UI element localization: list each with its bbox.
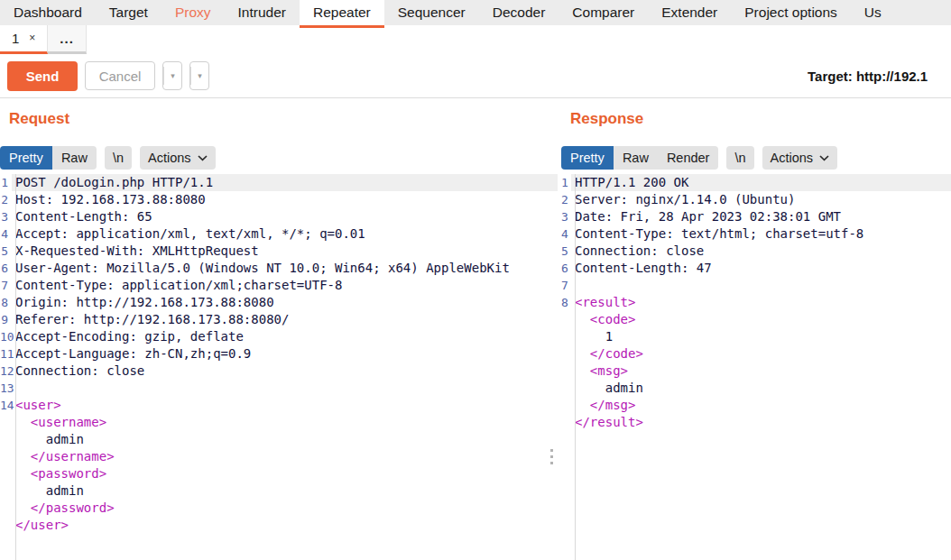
request-newline-toggle[interactable]: \n [105, 146, 132, 170]
response-editor-line[interactable]: 2 Server: nginx/1.14.0 (Ubuntu) [561, 191, 951, 208]
nav-tab[interactable]: Decoder [479, 0, 559, 25]
response-editor-line[interactable]: 8 <result> [561, 294, 951, 311]
request-editor-line[interactable]: 8 Origin: http://192.168.173.88:8080 [0, 294, 558, 311]
request-editor[interactable]: 1 POST /doLogin.php HTTP/1.1 2 Host: 192… [0, 174, 558, 560]
send-button[interactable]: Send [7, 61, 78, 91]
line-number [0, 482, 12, 500]
request-editor-line[interactable]: </password> [0, 500, 558, 517]
chevron-down-icon [198, 155, 208, 161]
request-format-tab[interactable]: Pretty [0, 146, 52, 170]
line-text: <code> [571, 311, 951, 328]
response-editor-line[interactable]: </code> [561, 345, 951, 363]
request-editor-line[interactable]: 12 Connection: close [0, 363, 558, 380]
response-title: Response [570, 110, 951, 128]
splitter-dot [550, 455, 553, 458]
request-editor-line[interactable]: admin [0, 482, 558, 500]
nav-tab[interactable]: Dashboard [0, 0, 96, 25]
response-editor-line[interactable]: 3 Date: Fri, 28 Apr 2023 02:38:01 GMT [561, 208, 951, 225]
splitter-dot [550, 462, 553, 464]
line-text: POST /doLogin.php HTTP/1.1 [12, 174, 558, 191]
request-editor-line[interactable]: <username> [0, 414, 558, 431]
line-text: X-Requested-With: XMLHttpRequest [12, 243, 558, 260]
response-editor-line[interactable]: 7 [561, 277, 951, 294]
line-number: 7 [561, 277, 571, 294]
line-text: Connection: close [571, 243, 951, 260]
line-number: 3 [561, 208, 571, 225]
request-editor-line[interactable]: 13 [0, 380, 558, 397]
request-editor-line[interactable]: 9 Referer: http://192.168.173.88:8080/ [0, 311, 558, 328]
line-number: 4 [0, 225, 12, 243]
line-text: User-Agent: Mozilla/5.0 (Windows NT 10.0… [12, 260, 558, 277]
response-editor-line[interactable]: </msg> [561, 397, 951, 414]
response-editor[interactable]: 1 HTTP/1.1 200 OK 2 Server: nginx/1.14.0… [561, 174, 951, 560]
line-number: 10 [0, 328, 12, 345]
line-text: </password> [12, 500, 558, 517]
response-editor-line[interactable]: <code> [561, 311, 951, 328]
response-editor-line[interactable]: <msg> [561, 363, 951, 380]
request-panel: Request Pretty Raw \n Actions 1 [0, 99, 558, 560]
line-text: Accept-Encoding: gzip, deflate [12, 328, 558, 345]
line-number [0, 517, 12, 534]
response-editor-line[interactable]: 4 Content-Type: text/html; charset=utf-8 [561, 225, 951, 243]
nav-tab[interactable]: Sequencer [384, 0, 479, 25]
message-editor-area: Request Pretty Raw \n Actions 1 [0, 99, 951, 560]
request-editor-line[interactable]: 7 Content-Type: application/xml;charset=… [0, 277, 558, 294]
line-text: Connection: close [12, 363, 558, 380]
line-text: <result> [571, 294, 951, 311]
request-editor-line[interactable]: 1 POST /doLogin.php HTTP/1.1 [0, 174, 558, 191]
request-editor-line[interactable]: 2 Host: 192.168.173.88:8080 [0, 191, 558, 208]
response-editor-line[interactable]: 1 HTTP/1.1 200 OK [561, 174, 951, 191]
request-actions-label: Actions [148, 151, 191, 165]
forward-dropdown-caret-icon[interactable]: ▾ [191, 62, 208, 89]
response-newline-toggle[interactable]: \n [726, 146, 753, 170]
more-tabs-label: ... [60, 31, 74, 46]
response-format-tabs: Pretty Raw Render [561, 146, 718, 170]
nav-tab[interactable]: Us [851, 0, 895, 25]
back-dropdown-caret-icon[interactable]: ▾ [164, 62, 181, 89]
request-editor-line[interactable]: 10 Accept-Encoding: gzip, deflate [0, 328, 558, 345]
line-text: Content-Type: text/html; charset=utf-8 [571, 225, 951, 243]
close-icon[interactable]: × [29, 32, 35, 43]
nav-tab[interactable]: Proxy [162, 0, 225, 25]
response-format-tab[interactable]: Render [658, 146, 719, 170]
request-actions-button[interactable]: Actions [140, 146, 216, 170]
request-editor-line[interactable]: 14 <user> [0, 397, 558, 414]
nav-tab[interactable]: Repeater [300, 0, 384, 25]
response-editor-line[interactable]: </result> [561, 414, 951, 431]
request-editor-line[interactable]: 4 Accept: application/xml, text/xml, */*… [0, 225, 558, 243]
request-format-tabs: Pretty Raw [0, 146, 97, 170]
nav-tab[interactable]: Intruder [225, 0, 300, 25]
response-actions-button[interactable]: Actions [762, 146, 838, 170]
line-text: </msg> [571, 397, 951, 414]
cancel-button[interactable]: Cancel [85, 61, 155, 90]
response-format-tab[interactable]: Pretty [561, 146, 614, 170]
panel-splitter-handle[interactable] [549, 449, 554, 464]
request-editor-line[interactable]: <password> [0, 465, 558, 482]
line-text: <user> [12, 397, 558, 414]
line-text: <msg> [571, 363, 951, 380]
nav-tab[interactable]: Project options [731, 0, 851, 25]
main-nav: Dashboard Target Proxy Intruder Repeater… [0, 0, 951, 25]
response-editor-line[interactable]: 1 [561, 328, 951, 345]
repeater-tab-more[interactable]: ... [48, 25, 87, 54]
line-text [12, 380, 558, 397]
request-editor-line[interactable]: </user> [0, 517, 558, 534]
response-editor-line[interactable]: admin [561, 380, 951, 397]
request-editor-line[interactable]: 6 User-Agent: Mozilla/5.0 (Windows NT 10… [0, 260, 558, 277]
line-number: 1 [0, 174, 12, 191]
response-editor-line[interactable]: 5 Connection: close [561, 243, 951, 260]
request-editor-line[interactable]: 3 Content-Length: 65 [0, 208, 558, 225]
request-editor-line[interactable]: 5 X-Requested-With: XMLHttpRequest [0, 243, 558, 260]
request-editor-line[interactable]: admin [0, 431, 558, 448]
nav-tab[interactable]: Extender [648, 0, 731, 25]
request-editor-line[interactable]: </username> [0, 448, 558, 465]
repeater-tab-1[interactable]: 1 × [0, 25, 48, 54]
request-format-tab[interactable]: Raw [52, 146, 97, 170]
line-number: 5 [0, 243, 12, 260]
nav-tab[interactable]: Target [96, 0, 162, 25]
response-editor-line[interactable]: 6 Content-Length: 47 [561, 260, 951, 277]
line-number: 3 [0, 208, 12, 225]
nav-tab[interactable]: Comparer [559, 0, 648, 25]
response-format-tab[interactable]: Raw [614, 146, 658, 170]
request-editor-line[interactable]: 11 Accept-Language: zh-CN,zh;q=0.9 [0, 345, 558, 363]
